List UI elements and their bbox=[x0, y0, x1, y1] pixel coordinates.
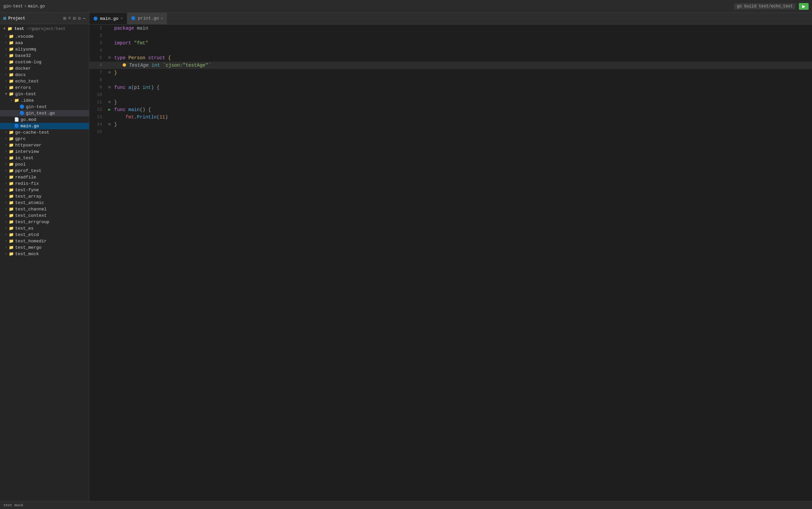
file-icon-pool: 📁 bbox=[9, 162, 14, 167]
sidebar-item-readfile[interactable]: ›📁readfile bbox=[0, 174, 89, 180]
sidebar-item-test_mergo[interactable]: ›📁test_mergo bbox=[0, 244, 89, 251]
sidebar-item-base32[interactable]: ›📁base32 bbox=[0, 53, 89, 59]
file-icon-test_mock: 📁 bbox=[9, 251, 14, 257]
sidebar-item-gin_test.go[interactable]: 🔵gin_test.go bbox=[0, 110, 89, 116]
folder-arrow-pprof_test: › bbox=[3, 169, 9, 173]
file-icon-idea: 📁 bbox=[14, 98, 19, 103]
sidebar-item-docs[interactable]: ›📁docs bbox=[0, 72, 89, 78]
sidebar-item-idea[interactable]: ›📁.idea bbox=[0, 97, 89, 104]
fold-icon-14[interactable]: ⊟ bbox=[108, 121, 111, 128]
code-line-5: 5⊟type Person struct { bbox=[89, 54, 812, 62]
settings-icon[interactable]: ⚙ bbox=[78, 15, 81, 21]
layout-icon[interactable]: ⊟ bbox=[73, 15, 76, 21]
fold-icon-5[interactable]: ⊟ bbox=[108, 54, 111, 62]
line-number-13: 13 bbox=[89, 113, 106, 121]
sidebar-header-controls: ⊞ ≡ ⊟ ⚙ — bbox=[63, 15, 86, 21]
line-content-5: type Person struct { bbox=[113, 54, 812, 62]
folder-arrow-test_homedir: › bbox=[3, 239, 9, 243]
file-label-base32: base32 bbox=[15, 53, 31, 58]
line-content-11: } bbox=[113, 99, 812, 106]
sidebar-item-test_etcd[interactable]: ›📁test_etcd bbox=[0, 232, 89, 238]
sidebar-item-vscode[interactable]: ›📁.vscode bbox=[0, 33, 89, 40]
file-icon-echo_test: 📁 bbox=[9, 79, 14, 84]
folder-arrow-test_etcd: › bbox=[3, 233, 9, 237]
file-label-gin_test.go: gin_test.go bbox=[26, 111, 55, 116]
sidebar-item-aaa[interactable]: ›📁aaa bbox=[0, 40, 89, 46]
line-number-10: 10 bbox=[89, 91, 106, 99]
sidebar-item-gin-test-sub[interactable]: 🔵gin-test bbox=[0, 104, 89, 110]
file-label-test_channel: test_channel bbox=[15, 207, 47, 212]
list-icon[interactable]: ≡ bbox=[68, 15, 71, 21]
sidebar-item-go.mod[interactable]: 📄go.mod bbox=[0, 116, 89, 123]
sidebar-item-test-fyne[interactable]: ›📁test-fyne bbox=[0, 187, 89, 193]
folder-arrow-test_array: › bbox=[3, 195, 9, 198]
sidebar-item-interview[interactable]: ›📁interview bbox=[0, 148, 89, 155]
folder-icon: 📁 bbox=[7, 26, 12, 31]
file-label-redis-fix: redis-fix bbox=[15, 181, 39, 186]
breadcrumb: gin-test › main.go bbox=[3, 4, 45, 9]
fold-icon-9[interactable]: ⊟ bbox=[108, 84, 111, 91]
file-label-go-cache-test: go-cache-test bbox=[15, 130, 49, 135]
run-gutter-icon-12[interactable]: ▶ bbox=[108, 106, 111, 113]
file-tree: ›📁.vscode›📁aaa›📁aliyunmq›📁base32›📁custom… bbox=[0, 33, 89, 257]
sidebar-item-aliyunmq[interactable]: ›📁aliyunmq bbox=[0, 46, 89, 53]
file-icon-test_context: 📁 bbox=[9, 213, 14, 218]
sidebar-item-gin-test[interactable]: ▼📁gin-test bbox=[0, 91, 89, 97]
sidebar-item-test_atomic[interactable]: ›📁test_atomic bbox=[0, 200, 89, 206]
file-label-aaa: aaa bbox=[15, 40, 23, 45]
minus-icon[interactable]: — bbox=[83, 15, 86, 21]
sidebar-item-main.go[interactable]: 🔵main.go bbox=[0, 123, 89, 129]
title-bar: gin-test › main.go go build test/echo_te… bbox=[0, 0, 812, 13]
sidebar-item-test_context[interactable]: ›📁test_context bbox=[0, 212, 89, 219]
file-label-test_array: test_array bbox=[15, 194, 41, 199]
sidebar-item-pprof_test[interactable]: ›📁pprof_test bbox=[0, 168, 89, 174]
file-label-test_atomic: test_atomic bbox=[15, 200, 44, 205]
file-icon-test-fyne: 📁 bbox=[9, 188, 14, 193]
code-editor[interactable]: 1package main23import "fmt"45⊟type Perso… bbox=[89, 25, 812, 501]
sidebar-item-pool[interactable]: ›📁pool bbox=[0, 161, 89, 168]
line-number-11: 11 bbox=[89, 99, 106, 106]
fold-icon-11[interactable]: ⊟ bbox=[108, 99, 111, 106]
file-label-test_homedir: test_homedir bbox=[15, 239, 47, 244]
sidebar-item-custom-log[interactable]: ›📁custom-log bbox=[0, 59, 89, 65]
status-left: test mock bbox=[3, 503, 23, 507]
sidebar-item-httpserver[interactable]: ›📁httpserver bbox=[0, 142, 89, 148]
run-button[interactable]: ▶ bbox=[799, 3, 809, 10]
sidebar-item-test_homedir[interactable]: ›📁test_homedir bbox=[0, 238, 89, 244]
line-content-3: import "fmt" bbox=[113, 39, 812, 47]
sidebar-item-test_es[interactable]: ›📁test_es bbox=[0, 225, 89, 232]
file-label-test_etcd: test_etcd bbox=[15, 232, 39, 237]
sidebar-item-test_array[interactable]: ›📁test_array bbox=[0, 193, 89, 200]
sidebar-item-test_mock[interactable]: ›📁test_mock bbox=[0, 251, 89, 257]
file-icon-gin_test.go: 🔵 bbox=[20, 111, 25, 116]
grid-icon[interactable]: ⊞ bbox=[63, 15, 66, 21]
sidebar-item-io_test[interactable]: ›📁io_test bbox=[0, 155, 89, 161]
project-icon: ⊞ bbox=[3, 15, 6, 21]
editor-area: 🔵main.go×🔵print.go× 1package main23impor… bbox=[89, 13, 812, 501]
file-label-test_es: test_es bbox=[15, 226, 34, 231]
file-icon-aliyunmq: 📁 bbox=[9, 47, 14, 52]
code-line-8: 8 bbox=[89, 76, 812, 84]
sidebar-item-redis-fix[interactable]: ›📁redis-fix bbox=[0, 180, 89, 187]
fold-icon-7[interactable]: ⊟ bbox=[108, 69, 111, 76]
folder-arrow-test-fyne: › bbox=[3, 188, 9, 192]
file-label-test-fyne: test-fyne bbox=[15, 188, 39, 193]
sidebar-item-echo_test[interactable]: ›📁echo_test bbox=[0, 78, 89, 84]
sidebar-item-test_channel[interactable]: ›📁test_channel bbox=[0, 206, 89, 212]
sidebar-item-test_errgroup[interactable]: ›📁test_errgroup bbox=[0, 219, 89, 225]
tab-close-print-go[interactable]: × bbox=[161, 16, 163, 21]
line-number-14: 14 bbox=[89, 121, 106, 128]
sidebar-item-gprc[interactable]: ›📁gprc bbox=[0, 136, 89, 142]
sidebar-root[interactable]: ▼ 📁 test ~/goproject/test bbox=[0, 24, 89, 33]
file-icon-vscode: 📁 bbox=[9, 34, 14, 39]
folder-arrow-gprc: › bbox=[3, 137, 9, 141]
breakpoint-6[interactable] bbox=[123, 63, 126, 67]
sidebar-item-docker[interactable]: ›📁docker bbox=[0, 65, 89, 72]
tab-main-go[interactable]: 🔵main.go× bbox=[89, 13, 127, 24]
tab-print-go[interactable]: 🔵print.go× bbox=[127, 13, 167, 24]
tab-close-main-go[interactable]: × bbox=[121, 16, 123, 21]
run-config-label: go build test/echo_test bbox=[734, 3, 795, 9]
sidebar-item-go-cache-test[interactable]: ›📁go-cache-test bbox=[0, 129, 89, 136]
sidebar-item-errors[interactable]: ›📁errors bbox=[0, 84, 89, 91]
line-gutter-12: ▶ bbox=[106, 106, 113, 113]
